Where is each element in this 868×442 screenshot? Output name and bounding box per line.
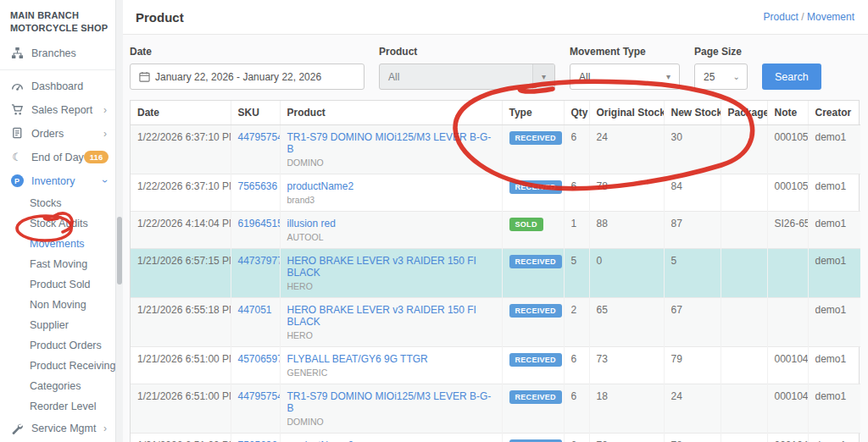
- sidebar-item-service-mgmt[interactable]: Service Mgmt ›: [0, 417, 115, 440]
- sidebar-item-supplier[interactable]: Supplier: [0, 315, 115, 335]
- cell-note: 000105: [767, 125, 808, 174]
- sidebar-item-categories[interactable]: Categories: [0, 376, 115, 396]
- product-link[interactable]: HERO BRAKE LEVER v3 RAIDER 150 FI BLACK: [287, 304, 476, 328]
- page-size-filter-label: Page Size: [694, 46, 748, 58]
- product-brand: DOMINO: [287, 417, 495, 427]
- sidebar-item-stock-audits[interactable]: Stock Audits: [0, 213, 115, 234]
- sidebar-item-reorder-level[interactable]: Reorder Level: [0, 396, 115, 417]
- cell-package: [721, 212, 767, 249]
- sidebar-scrollbar[interactable]: [116, 0, 123, 442]
- select-arrow-icon: ▾: [666, 72, 670, 81]
- sidebar-divider: [0, 69, 115, 70]
- sidebar-item-end-of-day[interactable]: ☾ End of Day 116: [0, 146, 115, 169]
- sku-link[interactable]: 447051: [238, 304, 272, 316]
- sidebar-subitem-label: Movements: [30, 238, 85, 250]
- cell-new-stock: 84: [664, 174, 721, 212]
- cell-date: 1/22/2026 6:37:10 PM: [131, 174, 231, 212]
- table-row[interactable]: 1/22/2026 4:14:04 PM 61964515 illusion r…: [131, 212, 860, 249]
- page-size-select[interactable]: 25 ⌄: [694, 64, 748, 90]
- sidebar-item-non-moving[interactable]: Non Moving: [0, 295, 115, 315]
- sku-link[interactable]: 7565636: [238, 180, 278, 192]
- cell-original-stock: 72: [589, 434, 664, 442]
- table-row[interactable]: 1/21/2026 6:51:00 PM 7565636 productName…: [131, 434, 860, 442]
- sidebar-item-inventory[interactable]: P Inventory ›: [0, 169, 115, 193]
- column-header: Date: [131, 101, 231, 125]
- product-link[interactable]: TR1-S79 DOMINO MIOi125/M3 LEVER B-G-B: [287, 390, 492, 414]
- cell-original-stock: 73: [589, 347, 664, 384]
- cell-creator: demo1: [808, 212, 860, 249]
- sidebar-item-dashboard[interactable]: Dashboard: [0, 75, 115, 98]
- sku-link[interactable]: 44795754: [238, 390, 281, 402]
- sku-link[interactable]: 61964515: [238, 218, 281, 229]
- product-link[interactable]: productName2: [287, 180, 354, 192]
- product-brand: AUTOOL: [287, 232, 495, 242]
- date-range-input[interactable]: January 22, 2026 - January 22, 2026: [130, 64, 364, 90]
- sidebar-item-fast-moving[interactable]: Fast Moving: [0, 254, 115, 274]
- sidebar-item-orders[interactable]: Orders ›: [0, 122, 115, 146]
- column-header: Product: [280, 101, 502, 125]
- search-button[interactable]: Search: [762, 64, 821, 90]
- filter-bar: Date January 22, 2026 - January 22, 2026…: [130, 46, 860, 90]
- product-brand: HERO: [287, 281, 495, 291]
- product-link[interactable]: HERO BRAKE LEVER v3 RAIDER 150 FI BLACK: [287, 255, 476, 279]
- sidebar-item-label: End of Day: [31, 152, 84, 163]
- cell-date: 1/21/2026 6:57:15 PM: [131, 249, 231, 298]
- sidebar-item-sales-report[interactable]: Sales Report ›: [0, 98, 115, 122]
- cell-qty: 5: [564, 249, 589, 298]
- table-row[interactable]: 1/22/2026 6:37:10 PM 7565636 productName…: [131, 174, 860, 212]
- movement-type-select[interactable]: All ▾: [570, 64, 680, 90]
- product-select[interactable]: All ▾: [379, 64, 555, 90]
- table-row[interactable]: 1/21/2026 6:55:18 PM 447051 HERO BRAKE L…: [131, 298, 860, 347]
- sidebar-item-branches[interactable]: Branches: [0, 41, 115, 65]
- product-brand: DOMINO: [287, 157, 495, 168]
- cell-package: [721, 298, 767, 347]
- cart-icon: [10, 103, 24, 117]
- cell-qty: 2: [564, 298, 589, 347]
- cell-original-stock: 24: [589, 125, 664, 174]
- inventory-icon: P: [10, 174, 24, 188]
- sidebar-subitem-label: Stock Audits: [30, 218, 88, 229]
- cell-note: 000104: [767, 384, 808, 434]
- breadcrumb-separator: /: [801, 11, 804, 23]
- sidebar-subitem-label: Supplier: [30, 319, 69, 331]
- sidebar-subitem-label: Product Orders: [30, 340, 102, 351]
- sidebar-item-product-orders[interactable]: Product Orders: [0, 335, 115, 356]
- column-header: Type: [502, 101, 564, 125]
- sku-link[interactable]: 44795754: [238, 131, 281, 143]
- breadcrumb-movement-link[interactable]: Movement: [807, 11, 854, 23]
- sidebar-item-label: Inventory: [31, 175, 103, 187]
- product-link[interactable]: illusion red: [287, 218, 336, 229]
- product-link[interactable]: TR1-S79 DOMINO MIOi125/M3 LEVER B-G-B: [287, 131, 492, 155]
- sidebar-item-label: Sales Report: [31, 104, 103, 116]
- cell-qty: 6: [564, 384, 589, 434]
- table-row[interactable]: 1/21/2026 6:57:15 PM 44737977 HERO BRAKE…: [131, 249, 860, 298]
- product-filter-label: Product: [379, 46, 555, 58]
- sidebar-item-product-sold[interactable]: Product Sold: [0, 274, 115, 295]
- sku-link[interactable]: 44737977: [238, 255, 281, 267]
- cell-package: [721, 384, 767, 434]
- column-header: SKU: [231, 101, 280, 125]
- type-badge: RECEIVED: [509, 180, 562, 194]
- scrollbar-thumb[interactable]: [117, 217, 122, 285]
- main-content: Product Product / Movement Date January …: [123, 0, 868, 442]
- type-badge: RECEIVED: [509, 353, 562, 367]
- column-header: New Stock: [664, 101, 721, 125]
- cell-package: [721, 174, 767, 212]
- table-row[interactable]: 1/21/2026 6:51:00 PM 44795754 TR1-S79 DO…: [131, 384, 860, 434]
- sidebar-item-stocks[interactable]: Stocks: [0, 193, 115, 213]
- movement-table-body: 1/22/2026 6:37:10 PM 44795754 TR1-S79 DO…: [131, 125, 860, 442]
- breadcrumb-product-link[interactable]: Product: [764, 11, 798, 23]
- column-header: Note: [767, 101, 808, 125]
- cell-new-stock: 5: [664, 249, 721, 298]
- table-header-row: DateSKUProductTypeQtyOriginal StockNew S…: [131, 101, 860, 125]
- sidebar-item-movements[interactable]: Movements: [0, 234, 115, 254]
- table-row[interactable]: 1/22/2026 6:37:10 PM 44795754 TR1-S79 DO…: [131, 125, 860, 174]
- cell-package: [721, 434, 767, 442]
- sku-link[interactable]: 45706597: [238, 353, 281, 365]
- table-row[interactable]: 1/21/2026 6:51:00 PM 45706597 FLYBALL BE…: [131, 347, 860, 384]
- product-link[interactable]: FLYBALL BEAT/GY6 9G TTGR: [287, 353, 428, 365]
- date-range-value: January 22, 2026 - January 22, 2026: [155, 71, 321, 83]
- wrench-icon: [10, 422, 24, 435]
- cell-note: 000104: [767, 434, 808, 442]
- sidebar-item-product-receiving[interactable]: Product Receiving: [0, 356, 115, 376]
